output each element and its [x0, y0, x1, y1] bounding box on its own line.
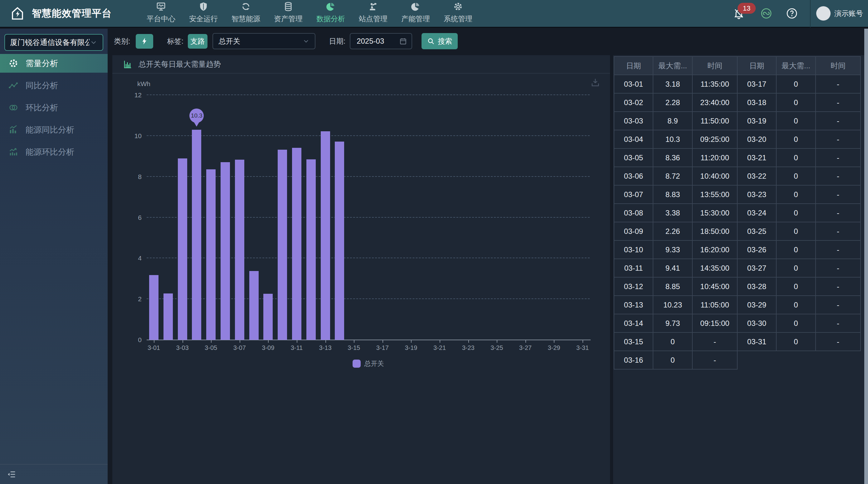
table-row: 03-109.3316:20:00	[614, 240, 737, 259]
x-axis-tick-label: 3-21	[429, 344, 451, 351]
search-button[interactable]: 搜索	[422, 33, 458, 49]
company-selector[interactable]: 厦门锐谷通信设备有限公司	[4, 34, 103, 51]
sidebar-item-4[interactable]: 能源同比分析	[0, 120, 107, 139]
table-row: 03-0410.309:25:00	[614, 130, 737, 149]
table-cell: -	[815, 259, 861, 277]
table-row: 03-068.7210:40:00	[614, 167, 737, 185]
table-header-cell: 时间	[692, 57, 737, 75]
table-cell: -	[815, 111, 861, 130]
table-cell: 03-26	[737, 240, 776, 259]
x-axis-tick	[240, 340, 240, 343]
page-scrollbar[interactable]	[864, 29, 868, 484]
nav-item-6[interactable]: 站点管理	[359, 2, 388, 24]
table-cell: 03-11	[614, 259, 653, 277]
x-axis-tick-label: 3-27	[515, 344, 536, 351]
table-row: 03-013.1811:35:00	[614, 75, 737, 93]
x-axis-tick	[183, 340, 183, 343]
collapse-sidebar-icon[interactable]	[7, 470, 16, 479]
table-cell: 03-01	[614, 75, 653, 93]
nav-item-4[interactable]: 资产管理	[274, 2, 303, 24]
robot-arm-icon	[368, 2, 378, 11]
table-cell: 2.26	[653, 222, 692, 240]
y-axis-tick-label: 6	[138, 214, 142, 221]
table-row: 03-038.911:50:00	[614, 111, 737, 130]
date-value: 2025-03	[356, 37, 384, 45]
x-axis-tick-label: 3-07	[229, 344, 251, 351]
sidebar-item-5[interactable]: 能源环比分析	[0, 142, 107, 161]
notifications-button[interactable]: 13	[733, 8, 744, 19]
table-row: 03-160-	[614, 351, 737, 369]
chart-title: 总开关每日最大需量趋势	[138, 59, 221, 69]
table-cell: 03-13	[614, 296, 653, 314]
topbar-divider	[810, 0, 811, 27]
filter-bar: 类别: 标签: 支路 总开关 日期: 2025-03 搜索	[107, 29, 868, 54]
table-cell: 03-18	[737, 93, 776, 111]
sidebar-item-1[interactable]: 需量分析	[0, 54, 107, 73]
x-axis-tick-label: 3-29	[543, 344, 565, 351]
sidebar-item-2[interactable]: 同比分析	[0, 76, 107, 95]
app-root: 智慧能效管理平台 平台中心安全运行智慧能源资产管理数据分析站点管理产能管理系统管…	[0, 0, 868, 484]
y-axis-tick-label: 2	[138, 295, 142, 303]
sidebar-item-3[interactable]: 环比分析	[0, 98, 107, 117]
pie-chart-icon	[411, 2, 421, 11]
x-axis-tick	[583, 340, 583, 343]
tag-branch-button[interactable]: 支路	[188, 34, 208, 49]
category-label: 类别:	[114, 36, 130, 46]
date-input[interactable]: 2025-03	[350, 33, 412, 49]
y-axis-tick-label: 4	[138, 255, 142, 262]
table-cell: 03-15	[614, 332, 653, 351]
table-header-cell: 最大需...	[776, 57, 815, 75]
table-row: 03-170-	[737, 75, 861, 93]
table-cell: 03-10	[614, 240, 653, 259]
table-row: 03-1310.2311:05:00	[614, 296, 737, 314]
table-cell: -	[815, 332, 861, 351]
nav-item-7[interactable]: 产能管理	[401, 2, 430, 24]
download-icon[interactable]	[590, 77, 600, 88]
table-cell: 0	[776, 332, 815, 351]
table-cell: 03-27	[737, 259, 776, 277]
nav-item-label: 平台中心	[147, 14, 175, 24]
table-cell: 03-28	[737, 277, 776, 296]
calendar-icon	[399, 37, 407, 45]
link-circle-icon[interactable]	[761, 8, 772, 19]
nav-item-3[interactable]: 智慧能源	[231, 2, 260, 24]
nav-item-8[interactable]: 系统管理	[444, 2, 472, 24]
table-cell: 0	[776, 149, 815, 167]
table-cell: -	[815, 93, 861, 111]
table-cell: 03-21	[737, 149, 776, 167]
home-bolt-logo-icon	[10, 6, 25, 21]
table-cell: 0	[776, 259, 815, 277]
bar-3-01	[149, 275, 158, 340]
table-cell: -	[815, 204, 861, 222]
breaker-select[interactable]: 总开关	[213, 33, 315, 49]
nav-item-label: 数据分析	[316, 14, 345, 24]
x-axis-tick	[440, 340, 440, 343]
x-axis-tick	[382, 340, 383, 343]
bar-3-14	[335, 141, 344, 340]
table-cell: 03-17	[737, 75, 776, 93]
y-axis-tick-label: 8	[138, 173, 142, 181]
nav-item-5[interactable]: 数据分析	[316, 2, 345, 24]
table-cell: 03-31	[737, 332, 776, 351]
chart-legend[interactable]: 总开关	[147, 359, 590, 368]
nav-item-2[interactable]: 安全运行	[189, 2, 218, 24]
x-axis-tick	[354, 340, 354, 343]
notification-badge: 13	[738, 3, 756, 14]
y-axis-tick-label: 0	[138, 336, 142, 344]
bar-3-13	[321, 131, 330, 340]
nav-item-1[interactable]: 平台中心	[147, 2, 175, 24]
bar-3-07	[235, 160, 244, 340]
table-row: 03-280-	[737, 277, 861, 296]
topbar-right: 13 演示账号	[733, 0, 868, 27]
trend-bars-icon	[8, 147, 19, 157]
bar-3-10	[278, 150, 287, 340]
table-cell: 03-25	[737, 222, 776, 240]
help-icon[interactable]	[786, 8, 798, 19]
avatar[interactable]	[816, 6, 831, 21]
nav-item-label: 站点管理	[359, 14, 388, 24]
category-electric-button[interactable]	[136, 34, 153, 49]
sidebar-item-label: 能源环比分析	[26, 147, 74, 158]
table-cell: 0	[776, 277, 815, 296]
table-cell: 03-07	[614, 185, 653, 204]
account-name[interactable]: 演示账号	[834, 9, 863, 19]
